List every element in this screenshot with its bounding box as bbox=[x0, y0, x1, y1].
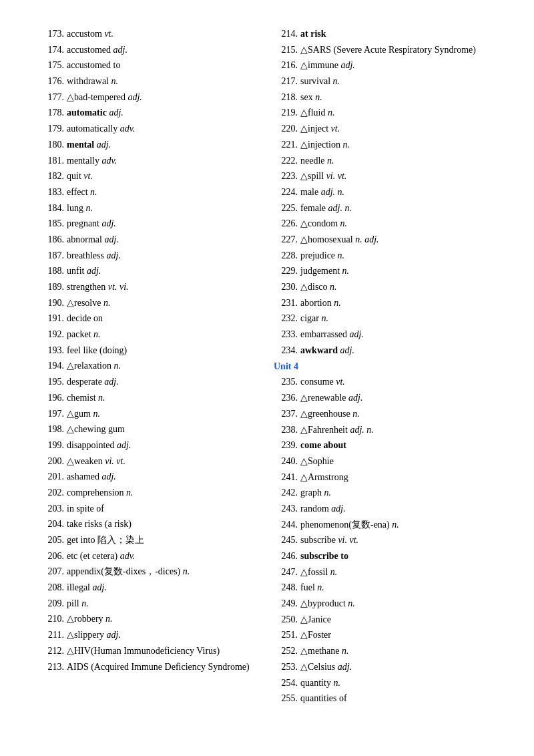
list-item: 198.△chewing gum bbox=[40, 422, 260, 437]
entry-word-block: △byproduct n. bbox=[300, 596, 494, 611]
triangle-icon: △ bbox=[300, 124, 308, 134]
list-item: 222.needle n. bbox=[274, 154, 494, 168]
entry-word: abnormal bbox=[67, 234, 102, 244]
entry-pos: n. bbox=[340, 266, 349, 276]
entry-number: 191. bbox=[40, 311, 64, 326]
list-item: 182.quit vt. bbox=[40, 169, 260, 184]
triangle-icon: △ bbox=[67, 630, 74, 640]
list-item: 203.in spite of bbox=[40, 502, 260, 516]
list-item: 197.△gum n. bbox=[40, 407, 260, 421]
entry-word: methane bbox=[308, 646, 339, 656]
entry-number: 223. bbox=[274, 169, 298, 184]
list-item: 208.illegal adj. bbox=[40, 580, 260, 595]
list-item: 254.quantity n. bbox=[274, 676, 494, 691]
entry-pos: vt. bbox=[81, 171, 93, 181]
entry-word: condom bbox=[308, 218, 338, 228]
list-item: 174.accustomed adj. bbox=[40, 43, 260, 57]
entry-number: 244. bbox=[274, 518, 298, 532]
list-item: 199.disappointed adj. bbox=[40, 438, 260, 453]
entry-word: automatically bbox=[67, 124, 117, 134]
entry-pos: adv. bbox=[117, 124, 135, 134]
entry-number: 212. bbox=[40, 644, 64, 658]
list-item: 190.△resolve n. bbox=[40, 296, 260, 311]
list-item: 237.△greenhouse n. bbox=[274, 407, 494, 421]
list-item: 184.lung n. bbox=[40, 201, 260, 216]
entry-word: Fahrenheit bbox=[308, 425, 348, 435]
entry-word: resolve bbox=[74, 298, 101, 308]
entry-number: 250. bbox=[274, 612, 298, 627]
entry-word-block: desperate adj. bbox=[67, 375, 260, 389]
entry-word-block: △fossil n. bbox=[300, 565, 494, 580]
entry-pos: adj. bbox=[104, 250, 121, 260]
entry-word: judgement bbox=[300, 266, 340, 276]
list-item: 216.△immune adj. bbox=[274, 58, 494, 73]
entry-number: 255. bbox=[274, 691, 298, 706]
entry-number: 252. bbox=[274, 644, 298, 658]
list-item: 255.quantities of bbox=[274, 691, 494, 706]
entry-word: female bbox=[300, 203, 326, 213]
entry-number: 198. bbox=[40, 422, 64, 437]
entry-pos: adj. bbox=[115, 440, 131, 450]
entry-word: subscribe to bbox=[300, 551, 348, 561]
list-item: 201.ashamed adj. bbox=[40, 469, 260, 484]
entry-number: 213. bbox=[40, 660, 64, 675]
entry-number: 214. bbox=[274, 27, 298, 41]
entry-number: 199. bbox=[40, 438, 64, 453]
entry-word: AIDS (Acquired Immune Deficiency Syndrom… bbox=[67, 662, 250, 672]
list-item: 192.packet n. bbox=[40, 327, 260, 342]
entry-pos: adj. bbox=[104, 630, 121, 640]
entry-pos: n. bbox=[332, 298, 341, 308]
entry-pos: adj. bbox=[329, 504, 346, 514]
list-item: 239.come about bbox=[274, 438, 494, 453]
entry-number: 200. bbox=[40, 454, 64, 469]
entry-pos: n. bbox=[322, 488, 331, 498]
entry-word: quit bbox=[67, 171, 81, 181]
entry-word-block: △methane n. bbox=[300, 644, 494, 658]
entry-pos: n. bbox=[339, 646, 348, 656]
entry-number: 184. bbox=[40, 201, 64, 216]
entry-word-block: strengthen vt. vi. bbox=[67, 280, 260, 295]
entry-pos: n. bbox=[109, 76, 118, 86]
entry-word-block: in spite of bbox=[67, 502, 260, 516]
entry-word-block: pregnant adj. bbox=[67, 216, 260, 231]
triangle-icon: △ bbox=[300, 425, 308, 435]
entry-word-block: quantity n. bbox=[300, 676, 494, 691]
entry-word-block: awkward adj. bbox=[300, 343, 494, 358]
entry-number: 182. bbox=[40, 169, 64, 184]
list-item: 249.△byproduct n. bbox=[274, 596, 494, 611]
entry-pos: vt. bbox=[328, 124, 340, 134]
entry-word: fluid bbox=[308, 108, 325, 118]
entry-word: comprehension bbox=[67, 488, 124, 498]
entry-word: byproduct bbox=[308, 598, 346, 608]
entry-pos: vt. bbox=[334, 377, 345, 387]
entry-word: pregnant bbox=[67, 218, 99, 228]
entry-number: 178. bbox=[40, 106, 64, 120]
entry-pos: n. bbox=[180, 566, 190, 576]
triangle-icon: △ bbox=[300, 171, 308, 181]
entry-number: 187. bbox=[40, 248, 64, 263]
entry-number: 251. bbox=[274, 628, 298, 642]
entry-pos: adj. n. bbox=[318, 187, 344, 197]
entry-pos: n. bbox=[340, 140, 350, 150]
entry-word: renewable bbox=[308, 393, 346, 403]
entry-word: HIV(Human Immunodeficiency Virus) bbox=[74, 646, 220, 656]
entry-word-block: come about bbox=[300, 438, 494, 453]
entry-number: 201. bbox=[40, 469, 64, 484]
entry-number: 217. bbox=[274, 74, 298, 89]
list-item: 244.phenomenon(复数-ena) n. bbox=[274, 518, 494, 532]
entry-number: 208. bbox=[40, 580, 64, 595]
list-item: 188.unfit adj. bbox=[40, 264, 260, 278]
entry-word: desperate bbox=[67, 377, 102, 387]
entry-number: 215. bbox=[274, 43, 298, 57]
list-item: 224.male adj. n. bbox=[274, 185, 494, 200]
entry-pos: n. bbox=[91, 329, 101, 339]
list-item: 242.graph n. bbox=[274, 486, 494, 500]
entry-word-block: appendix(复数-dixes，-dices) n. bbox=[67, 564, 260, 579]
entry-word-block: chemist n. bbox=[67, 391, 260, 405]
entry-word: phenomenon(复数-ena) bbox=[300, 520, 390, 530]
entry-word-block: △SARS (Severe Acute Respiratory Syndrome… bbox=[300, 43, 494, 57]
entry-word: feel like (doing) bbox=[67, 345, 127, 355]
triangle-icon: △ bbox=[67, 298, 74, 308]
list-item: 183.effect n. bbox=[40, 185, 260, 200]
entry-word: consume bbox=[300, 377, 334, 387]
